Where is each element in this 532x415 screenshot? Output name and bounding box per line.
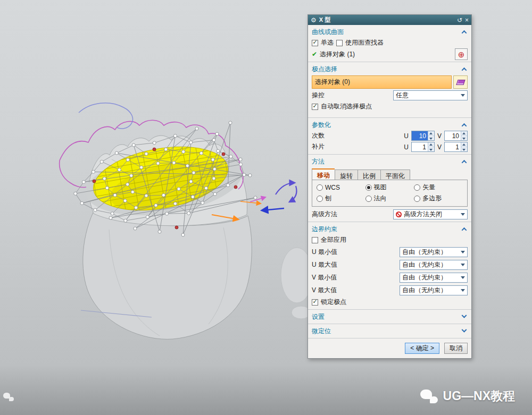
spin-up-icon[interactable]	[461, 142, 467, 147]
face-finder-label: 使用面查找器	[345, 38, 384, 47]
section-curve-surface[interactable]: 曲线或曲面	[312, 27, 468, 37]
chevron-down-icon	[461, 251, 465, 253]
tab-move[interactable]: 移动	[312, 168, 335, 180]
rotate-arrow	[276, 183, 295, 194]
selection-target-button[interactable]: ⊕	[455, 48, 468, 60]
radio-plane[interactable]: 刨	[317, 194, 365, 203]
radio-normal[interactable]: 法向	[365, 194, 414, 203]
method-tabs: 移动 旋转 比例 平面化	[312, 168, 468, 180]
section-method[interactable]: 方法	[312, 156, 468, 167]
tab-scale[interactable]: 比例	[358, 170, 380, 180]
chevron-down-icon	[461, 276, 465, 279]
u-min-label: U 最小值	[312, 248, 337, 257]
chevron-down-icon	[461, 94, 465, 97]
dialog-title: X 型	[319, 16, 454, 24]
spin-up-icon[interactable]	[461, 131, 467, 136]
section-pole-select-title: 极点选择	[312, 65, 462, 74]
boundary-curve-magenta[interactable]	[60, 160, 86, 188]
watermark: UG—NX教程	[420, 388, 515, 404]
surface-icon	[456, 80, 465, 85]
wechat-mini-icon	[3, 393, 14, 401]
v-max-label: V 最大值	[312, 286, 337, 295]
move-arrow-pink	[250, 197, 265, 202]
pole-select-object-label: 选择对象 (0)	[315, 78, 350, 87]
degree-v-input[interactable]: 10	[444, 131, 468, 141]
target-icon: ⊕	[458, 50, 465, 58]
model-body[interactable]	[83, 213, 252, 339]
single-select-label: 单选	[321, 38, 334, 47]
section-pole-select[interactable]: 极点选择	[312, 64, 468, 74]
chevron-up-icon[interactable]	[462, 67, 467, 72]
radio-polygon[interactable]: 多边形	[414, 194, 463, 203]
dialog-titlebar[interactable]: ⚙ X 型 ↺ ×	[308, 15, 471, 25]
chevron-down-icon	[461, 289, 465, 292]
u-max-label: U 最大值	[312, 260, 337, 269]
face-finder-checkbox[interactable]	[336, 40, 343, 46]
chevron-down-icon[interactable]	[462, 312, 467, 318]
spin-down-icon[interactable]	[461, 147, 467, 151]
move-arrow-blue	[262, 208, 284, 210]
v-max-dropdown[interactable]: 自由（无约束）	[400, 285, 468, 295]
section-settings[interactable]: 设置	[312, 311, 468, 322]
tab-rotate[interactable]: 旋转	[335, 170, 358, 180]
watermark-text: UG—NX教程	[443, 388, 515, 404]
chevron-up-icon[interactable]	[462, 123, 467, 128]
auto-deselect-label: 自动取消选择极点	[321, 102, 372, 111]
ok-button[interactable]: < 确定 >	[405, 343, 439, 354]
manipulate-label: 操控	[312, 91, 325, 100]
select-object-label: 选择对象 (1)	[320, 50, 355, 59]
pole-select-object-field[interactable]: 选择对象 (0)	[312, 75, 452, 89]
spin-down-icon[interactable]	[461, 136, 467, 140]
v-min-dropdown[interactable]: 自由（无约束）	[400, 273, 468, 283]
spin-down-icon[interactable]	[428, 136, 434, 140]
u-min-dropdown[interactable]: 自由（无约束）	[400, 247, 468, 257]
radio-wcs[interactable]: WCS	[317, 184, 365, 191]
section-parameterization-title: 参数化	[312, 121, 462, 130]
v-min-label: V 最小值	[312, 273, 337, 282]
apply-all-checkbox[interactable]	[312, 237, 318, 243]
chevron-down-icon	[461, 264, 465, 266]
v-label: V	[437, 132, 442, 140]
radio-view[interactable]: 视图	[365, 183, 414, 192]
degree-u-input[interactable]: 10	[411, 131, 435, 141]
cancel-button[interactable]: 取消	[444, 343, 468, 354]
chevron-down-icon	[461, 213, 465, 216]
xform-dialog: ⚙ X 型 ↺ × 曲线或曲面 ✓ 单选 使用面查找器 ✔ 选择对象 (1) ⊕…	[307, 14, 472, 359]
section-method-title: 方法	[312, 157, 462, 166]
degree-label: 次数	[312, 131, 325, 140]
spin-up-icon[interactable]	[428, 142, 434, 147]
manipulate-dropdown[interactable]: 任意	[393, 90, 468, 100]
advanced-method-dropdown[interactable]: 高级方法关闭	[393, 209, 468, 219]
section-boundary-title: 边界约束	[312, 225, 462, 234]
chevron-up-icon[interactable]	[462, 30, 467, 35]
chevron-up-icon[interactable]	[462, 159, 467, 165]
curve-lavender[interactable]	[79, 103, 133, 129]
patch-u-input[interactable]: 1	[411, 142, 435, 152]
v-label: V	[437, 143, 442, 151]
auto-deselect-checkbox[interactable]: ✓	[312, 104, 318, 110]
tab-planarize[interactable]: 平面化	[380, 170, 410, 180]
spin-up-icon[interactable]	[428, 131, 434, 136]
spin-down-icon[interactable]	[428, 147, 434, 151]
chevron-up-icon[interactable]	[462, 227, 467, 232]
u-max-dropdown[interactable]: 自由（无约束）	[400, 260, 468, 270]
lock-poles-label: 锁定极点	[321, 298, 346, 307]
method-options-panel: WCS 视图 矢量 刨 法向	[312, 180, 468, 207]
apply-all-label: 全部应用	[321, 235, 346, 244]
close-icon[interactable]: ×	[465, 17, 469, 23]
patch-v-input[interactable]: 1	[444, 142, 468, 152]
patch-label: 补片	[312, 142, 325, 151]
section-settings-title: 设置	[312, 312, 462, 321]
radio-vector[interactable]: 矢量	[414, 183, 463, 192]
reset-icon[interactable]: ↺	[457, 17, 462, 23]
section-curve-surface-title: 曲线或曲面	[312, 28, 462, 37]
single-select-checkbox[interactable]: ✓	[312, 40, 318, 46]
u-label: U	[404, 132, 409, 140]
section-parameterization[interactable]: 参数化	[312, 120, 468, 130]
lock-poles-checkbox[interactable]: ✓	[312, 299, 318, 306]
chevron-down-icon[interactable]	[462, 327, 467, 332]
section-micropositioning[interactable]: 微定位	[312, 326, 468, 336]
section-boundary[interactable]: 边界约束	[312, 224, 468, 234]
dialog-menu-gear-icon[interactable]: ⚙	[311, 17, 317, 23]
pole-filter-button[interactable]	[453, 75, 468, 89]
